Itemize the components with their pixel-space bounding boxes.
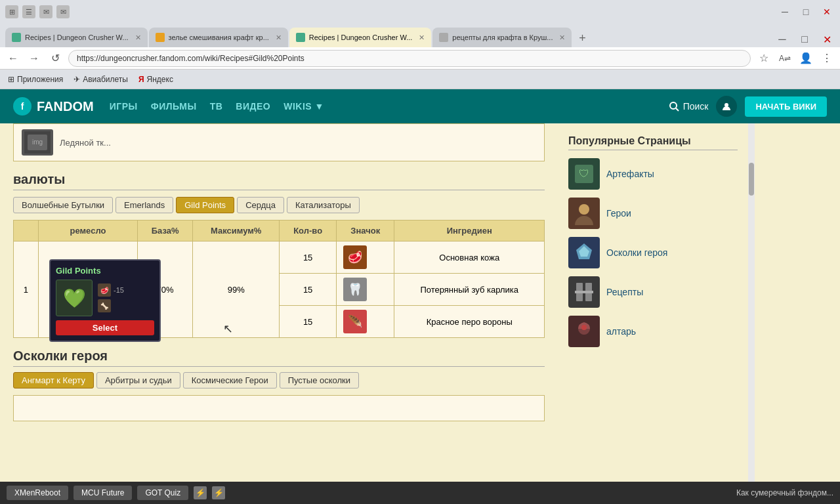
sidebar-item-artifacts[interactable]: 🛡 Артефакты: [568, 158, 738, 190]
nav-tv[interactable]: ТВ: [210, 101, 223, 112]
svg-text:f: f: [21, 101, 24, 112]
sidebar-item-hero-shards[interactable]: Осколки героя: [568, 237, 738, 268]
new-tab-button[interactable]: +: [573, 29, 591, 47]
nav-films[interactable]: ФИЛЬМЫ: [151, 101, 197, 112]
icon-2: 🦷: [337, 274, 394, 306]
tab-label-1: Recipes | Dungeon Crusher W...: [25, 33, 129, 41]
tb-icon-2[interactable]: ☰: [22, 5, 35, 18]
main-content: img Ледяной тк... валюты Волшебные Бутыл…: [0, 123, 558, 504]
start-wiki-button[interactable]: НАЧАТЬ ВИКИ: [745, 96, 827, 117]
flights-label: Авиабилеты: [83, 75, 128, 84]
tab-2[interactable]: зелье смешивания крафт кр... ✕: [149, 28, 288, 47]
bookmark-apps[interactable]: ⊞ Приложения: [8, 75, 63, 84]
tab-angmart[interactable]: Ангмарт к Керту: [13, 372, 94, 388]
ingredient-icon-3: 🪶: [343, 310, 367, 333]
reload-button[interactable]: ↺: [47, 51, 63, 66]
bookmark-yandex[interactable]: Я Яндекс: [138, 75, 173, 84]
bottom-tab-mcu[interactable]: MCU Future: [74, 486, 132, 500]
tb-icon-3[interactable]: ✉: [39, 5, 52, 18]
title-bar-icons: ⊞ ☰ ✉ ✉: [5, 5, 70, 18]
menu-icon[interactable]: ⋮: [819, 51, 835, 66]
tab-arbitry[interactable]: Арбитры и судьи: [96, 372, 180, 388]
search-button[interactable]: Поиск: [669, 101, 709, 112]
search-icon: [669, 101, 679, 112]
bottom-icon-2[interactable]: ⚡: [212, 486, 225, 499]
nav-video[interactable]: ВИДЕО: [236, 101, 270, 112]
tab-close-4[interactable]: ✕: [559, 33, 565, 42]
scroll-thumb[interactable]: [749, 163, 754, 196]
tab-close-1[interactable]: ✕: [135, 33, 141, 42]
row-number: 1: [14, 242, 39, 338]
bookmark-flights[interactable]: ✈ Авиабилеты: [74, 75, 128, 84]
translate-icon[interactable]: A⇌: [777, 51, 793, 66]
item-icon-1: 🥩: [98, 284, 111, 297]
forward-button[interactable]: →: [26, 51, 42, 66]
scrollbar[interactable]: [748, 123, 755, 504]
tb-icon-1[interactable]: ⊞: [5, 5, 18, 18]
restore-btn[interactable]: □: [797, 32, 812, 47]
tab-close-3[interactable]: ✕: [419, 33, 425, 42]
close-btn[interactable]: ✕: [819, 32, 835, 47]
bottom-tab-xmen[interactable]: XMenReboot: [7, 486, 68, 500]
back-button[interactable]: ←: [5, 51, 21, 66]
yandex-icon: Я: [138, 75, 144, 84]
tab-4[interactable]: рецепты для крафта в Круш... ✕: [432, 28, 572, 47]
sidebar-title: Популярные Страницы: [568, 135, 738, 150]
qty-2: 15: [280, 274, 337, 306]
svg-line-3: [676, 108, 679, 111]
close-button[interactable]: ✕: [819, 4, 835, 20]
item-count-1: -15: [114, 286, 124, 294]
tab-kosm[interactable]: Космические Герои: [183, 372, 277, 388]
bookmark-star-icon[interactable]: ☆: [756, 51, 772, 66]
prev-content-text: Ледяной тк...: [60, 138, 111, 148]
altar-image: [570, 317, 598, 346]
tab-serdtsa[interactable]: Сердца: [237, 197, 284, 213]
nav-wikis[interactable]: WIKIS ▼: [284, 101, 324, 112]
heroes-image: [570, 199, 598, 228]
ingredient-2: Потерянный зуб карлика: [394, 274, 545, 306]
tab-volshebnye[interactable]: Волшебные Бутылки: [13, 197, 113, 213]
tab-pustye[interactable]: Пустые осколки: [280, 372, 359, 388]
sidebar-item-heroes[interactable]: Герои: [568, 198, 738, 229]
sidebar-item-altar[interactable]: алтарь: [568, 316, 738, 347]
user-avatar-button[interactable]: [716, 96, 737, 117]
nav-games[interactable]: ИГРЫ: [110, 101, 138, 112]
select-button[interactable]: Select: [56, 320, 154, 335]
heroes-thumb: [568, 198, 600, 229]
minimize-button[interactable]: ─: [777, 4, 793, 20]
icon-3: 🪶: [337, 306, 394, 338]
fandom-logo-icon: f: [13, 97, 32, 116]
profile-icon[interactable]: 👤: [798, 51, 814, 66]
currency-tabs: Волшебные Бутылки Emerlands Gild Points …: [13, 197, 545, 213]
tab-gild-points[interactable]: Gild Points: [176, 197, 234, 213]
tab-label-3: Recipes | Dungeon Crusher W...: [309, 33, 413, 41]
bottom-tab-got[interactable]: GOT Quiz: [137, 486, 188, 500]
tab-katalizatory[interactable]: Катализаторы: [287, 197, 360, 213]
sidebar-item-recipes[interactable]: Рецепты: [568, 276, 738, 308]
tab-3[interactable]: Recipes | Dungeon Crusher W... ✕: [289, 28, 432, 47]
tooltip-item-1: 🥩 -15: [98, 284, 124, 297]
artifacts-thumb: 🛡: [568, 158, 600, 190]
bottom-icon-1[interactable]: ⚡: [194, 486, 207, 499]
hero-shard-tabs: Ангмарт к Керту Арбитры и судьи Космичес…: [13, 372, 545, 388]
prev-content-row: img Ледяной тк...: [13, 123, 545, 161]
gem-icon: 💚: [63, 287, 86, 309]
tab-1[interactable]: Recipes | Dungeon Crusher W... ✕: [5, 28, 148, 47]
tb-icon-4[interactable]: ✉: [56, 5, 70, 18]
tab-close-2[interactable]: ✕: [276, 33, 282, 42]
tooltip-popup: Gild Points 💚 🥩 -15 🦴: [49, 259, 161, 342]
altar-thumb: [568, 316, 600, 347]
fandom-header: f FANDOM ИГРЫ ФИЛЬМЫ ТВ ВИДЕО WIKIS ▼ По…: [0, 89, 840, 123]
maximize-button[interactable]: □: [798, 4, 814, 20]
col-icon: Значок: [337, 220, 394, 242]
item-icon-2: 🦴: [98, 299, 111, 312]
search-label: Поиск: [683, 101, 709, 112]
col-qty: Кол-во: [280, 220, 337, 242]
url-input[interactable]: [68, 50, 751, 67]
flights-icon: ✈: [74, 75, 80, 84]
tab-favicon-4: [439, 33, 448, 42]
minimize-btn[interactable]: ─: [774, 32, 790, 47]
hero-shards-table-placeholder: [13, 395, 545, 421]
fandom-logo[interactable]: f FANDOM: [13, 97, 94, 116]
tab-emerlands[interactable]: Emerlands: [116, 197, 173, 213]
